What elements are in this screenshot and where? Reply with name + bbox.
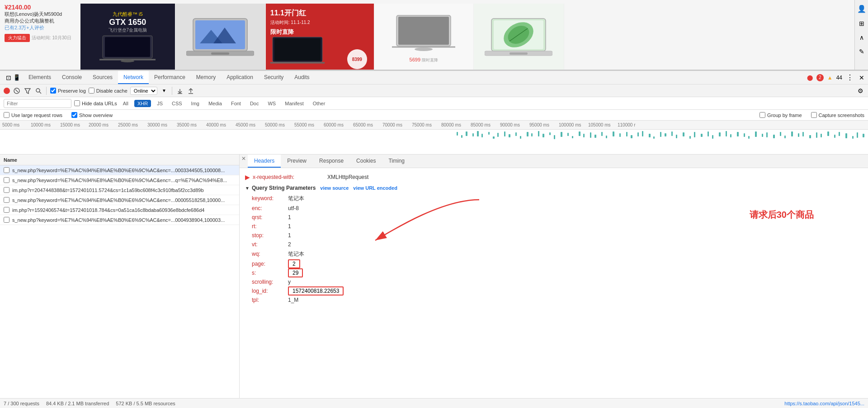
tab-elements[interactable]: Elements [23,71,57,84]
laptop-dell[interactable] [474,4,564,70]
warn-badge: 44 [836,75,842,81]
settings-icon[interactable]: ⚙ [856,87,864,95]
request-row-3[interactable]: s_new.php?keyword=%E7%AC%94%E8%AE%B0%E6%… [0,195,239,205]
svg-marker-26 [25,89,30,94]
request-row-5-checkbox[interactable] [4,217,9,223]
group-by-frame-checkbox[interactable]: Group by frame [760,112,802,118]
details-tab-response[interactable]: Response [313,155,350,168]
edit-icon[interactable]: ✎ [859,48,864,55]
show-overview-input[interactable] [71,112,77,118]
error-badge: 2 [816,74,824,81]
laptop-asus[interactable]: 九代酷睿™ i5 GTX 1650 飞行堡垒7金属电脑 [80,4,175,70]
tab-console[interactable]: Console [57,71,87,84]
tpl-value: 1_M [288,297,298,303]
group-by-frame-input[interactable] [760,112,765,118]
filter-media-btn[interactable]: Media [205,100,225,107]
laptop-promo[interactable]: 11.1开门红 活动时间: 11.1-11.2 限时直降 8399 [266,4,374,70]
tab-performance[interactable]: Performance [149,71,191,84]
inspect-icon[interactable]: ⊡ [5,74,13,82]
tick-16: 80000 ms [441,122,461,127]
request-row-4[interactable]: im.php?r=1592406574&t=1572401018.784&cs=… [0,205,239,215]
svg-rect-68 [653,136,655,139]
review-link[interactable]: 已有2.3万+人评价 [5,25,44,30]
laptop-gray[interactable]: 5699 限时直降 [374,4,474,70]
view-url-encoded-link[interactable]: view URL encoded [353,185,397,191]
show-overview-checkbox[interactable]: Show overview [71,112,113,118]
use-large-rows-input[interactable] [4,112,9,118]
clear-button[interactable] [13,87,21,95]
filter-css-btn[interactable]: CSS [169,100,185,107]
request-row-2-checkbox[interactable] [4,187,9,193]
details-tab-cookies[interactable]: Cookies [350,155,382,168]
tab-application[interactable]: Application [221,71,259,84]
timeline-chart[interactable] [0,130,868,155]
filter-manifest-btn[interactable]: Manifest [282,100,307,107]
filter-xhr-btn[interactable]: XHR [134,100,151,107]
throttle-select[interactable]: Online [130,87,157,95]
import-button[interactable] [176,87,184,95]
tab-memory[interactable]: Memory [191,71,221,84]
export-button[interactable] [187,87,195,95]
throttle-dropdown-icon[interactable]: ▼ [160,87,168,95]
filter-input[interactable] [4,99,71,108]
qr-icon[interactable]: ⊞ [859,20,864,27]
filter-ws-btn[interactable]: WS [264,100,279,107]
tab-sources[interactable]: Sources [87,71,118,84]
devtools: ⊡ 📱 Elements Console Sources Network Per… [0,70,868,408]
capture-screenshots-input[interactable] [811,112,817,118]
details-tab-headers[interactable]: Headers [248,155,281,168]
param-wq: wq: 笔记本 [245,249,863,259]
laptop-mac[interactable] [175,4,266,70]
filter-other-btn[interactable]: Other [310,100,329,107]
disable-cache-checkbox[interactable]: Disable cache [89,88,127,94]
filter-bar: Hide data URLs All XHR JS CSS Img Media … [0,97,868,110]
svg-rect-35 [466,131,467,136]
details-tab-timing[interactable]: Timing [382,155,411,168]
tab-performance-label: Performance [154,74,185,80]
search-button[interactable] [34,87,42,95]
svg-rect-42 [504,131,505,136]
filter-doc-btn[interactable]: Doc [247,100,262,107]
filter-all-btn[interactable]: All [120,100,132,107]
status-bar-url: https://s.taobao.com/api/json/1545... [784,401,864,406]
details-tab-preview[interactable]: Preview [281,155,313,168]
request-row-0[interactable]: s_new.php?keyword=%E7%AC%94%E8%AE%B0%E6%… [0,165,239,175]
promo-time: 活动时间: 11.1-11.2 [270,19,369,26]
tab-network[interactable]: Network [118,71,149,84]
user-icon[interactable]: 👤 [857,5,866,13]
browser-content: ¥2140.00 联想(Lenovo)扬天M5900d 商用办公公式电脑整机 已… [0,0,868,70]
capture-screenshots-checkbox[interactable]: Capture screenshots [811,112,865,118]
filter-button[interactable] [24,87,32,95]
preserve-log-input[interactable] [50,88,56,94]
device-icon[interactable]: 📱 [13,74,21,82]
record-button[interactable] [4,88,10,94]
more-options-icon[interactable]: ⋮ [846,74,854,82]
close-icon[interactable]: ✕ [858,74,866,82]
hide-data-urls-input[interactable] [74,100,80,106]
log-id-value-highlighted: 1572400818.22653 [288,288,344,294]
details-close-btn[interactable]: ✕ [240,155,248,163]
request-row-1[interactable]: s_new.php?keyword=%E7%AC%94%E8%AE%B0%E6%… [0,175,239,185]
request-row-5[interactable]: s_new.php?keyword=%E7%AC%94%E8%AE%B0%E6%… [0,215,239,225]
request-row-1-checkbox[interactable] [4,177,9,183]
chevron-up-icon[interactable]: ∧ [859,34,864,41]
rt-value: 1 [288,223,291,230]
hide-data-urls-checkbox[interactable]: Hide data URLs [74,100,117,106]
filter-font-btn[interactable]: Font [228,100,244,107]
tab-security-label: Security [264,74,283,80]
request-row-4-checkbox[interactable] [4,207,9,213]
request-row-3-checkbox[interactable] [4,197,9,203]
request-row-0-checkbox[interactable] [4,167,9,173]
view-source-link[interactable]: view source [320,185,349,191]
preserve-log-label: Preserve log [58,88,86,94]
preserve-log-checkbox[interactable]: Preserve log [50,88,86,94]
filter-img-btn[interactable]: Img [188,100,203,107]
filter-js-btn[interactable]: JS [154,100,166,107]
tab-security[interactable]: Security [259,71,289,84]
query-string-section-header[interactable]: ▼ Query String Parameters view source vi… [245,183,863,193]
disable-cache-input[interactable] [89,88,94,94]
request-row-2[interactable]: im.php?r=2047448388&t=1572401011.5724&cs… [0,185,239,195]
use-large-rows-checkbox[interactable]: Use large request rows [4,112,62,118]
tab-audits[interactable]: Audits [289,71,315,84]
devtools-tab-icons-right: ⬤ 2 ▲ 44 ⋮ ✕ [807,71,866,84]
